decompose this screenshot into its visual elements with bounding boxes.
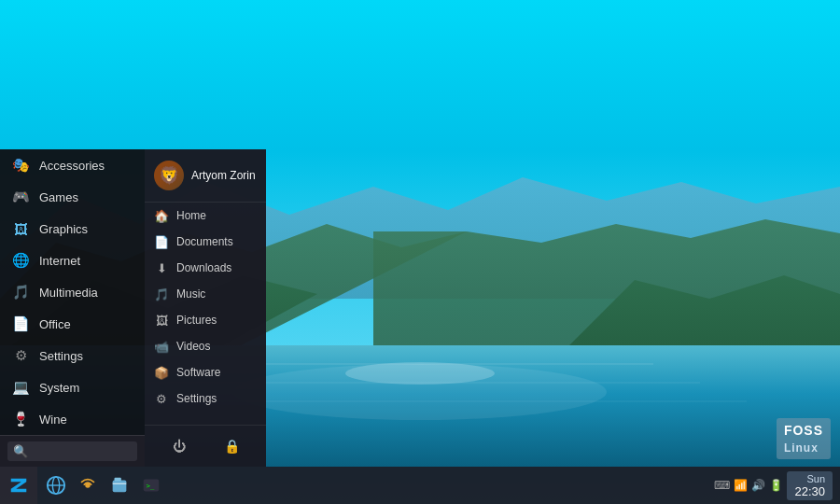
menu-item-videos[interactable]: 📹 Videos <box>145 333 266 359</box>
linux-text: Linux <box>784 441 819 455</box>
menu-left-panel: 🎭 Accessories 🎮 Games 🖼 Graphics 🌐 Inter… <box>0 149 145 467</box>
foss-linux-watermark: FOSS Linux <box>777 418 831 459</box>
user-header[interactable]: 🦁 Artyom Zorin <box>145 149 266 203</box>
office-label: Office <box>39 317 71 331</box>
menu-item-software[interactable]: 📦 Software <box>145 359 266 385</box>
terminal-icon: >_ <box>141 475 161 496</box>
pictures-icon: 🖼 <box>154 313 169 328</box>
wine-icon: 🍷 <box>11 410 30 428</box>
browser-icon <box>46 475 66 496</box>
category-list: 🎭 Accessories 🎮 Games 🖼 Graphics 🌐 Inter… <box>0 149 145 435</box>
taskbar-right: ⌨ 📶 🔊 🔋 Sun 22:30 <box>714 471 840 500</box>
desktop: 🎭 Accessories 🎮 Games 🖼 Graphics 🌐 Inter… <box>0 0 840 504</box>
search-input-wrapper: 🔍 <box>7 441 137 461</box>
downloads-icon: ⬇ <box>154 260 169 275</box>
avatar: 🦁 <box>154 161 184 190</box>
sidebar-item-system[interactable]: 💻 System <box>0 371 145 403</box>
graphics-label: Graphics <box>39 222 88 236</box>
clock-time: 22:30 <box>794 484 825 498</box>
videos-icon: 📹 <box>154 339 169 354</box>
start-menu: 🎭 Accessories 🎮 Games 🖼 Graphics 🌐 Inter… <box>0 149 266 467</box>
sidebar-item-multimedia[interactable]: 🎵 Multimedia <box>0 276 145 308</box>
sidebar-item-games[interactable]: 🎮 Games <box>0 181 145 213</box>
volume-tray-icon: 🔊 <box>751 479 765 492</box>
right-settings-icon: ⚙ <box>154 391 169 406</box>
avatar-icon: 🦁 <box>159 165 179 186</box>
lock-button[interactable]: 🔒 <box>219 433 245 459</box>
right-settings-label: Settings <box>176 392 217 405</box>
documents-icon: 📄 <box>154 234 169 249</box>
home-label: Home <box>176 209 206 222</box>
home-icon: 🏠 <box>154 208 169 223</box>
taskbar-app-icons: >_ <box>37 470 170 500</box>
menu-item-home[interactable]: 🏠 Home <box>145 203 266 229</box>
system-icon: 💻 <box>11 378 30 397</box>
places-list: 🏠 Home 📄 Documents ⬇ Downloads 🎵 Music 🖼 <box>145 203 266 425</box>
svg-point-11 <box>345 362 495 385</box>
pictures-label: Pictures <box>176 314 217 327</box>
menu-item-downloads[interactable]: ⬇ Downloads <box>145 255 266 281</box>
network-icon <box>77 475 98 496</box>
network-tray-icon: 📶 <box>734 479 748 492</box>
zorin-logo-icon <box>8 475 29 496</box>
accessories-icon: 🎭 <box>11 156 30 175</box>
settings-icon: ⚙ <box>11 346 30 365</box>
games-label: Games <box>39 190 78 204</box>
sidebar-item-graphics[interactable]: 🖼 Graphics <box>0 213 145 245</box>
office-icon: 📄 <box>11 315 30 333</box>
videos-label: Videos <box>176 340 210 353</box>
wine-label: Wine <box>39 413 67 427</box>
battery-tray-icon: 🔋 <box>769 479 783 492</box>
internet-label: Internet <box>39 254 80 268</box>
accessories-label: Accessories <box>39 159 105 173</box>
clock: Sun 22:30 <box>787 471 833 500</box>
graphics-icon: 🖼 <box>11 219 30 238</box>
multimedia-label: Multimedia <box>39 286 98 300</box>
foss-text: FOSS <box>784 423 823 438</box>
documents-label: Documents <box>176 235 233 248</box>
system-tray: ⌨ 📶 🔊 🔋 <box>714 479 783 492</box>
power-button[interactable]: ⏻ <box>166 433 192 459</box>
menu-item-pictures[interactable]: 🖼 Pictures <box>145 307 266 333</box>
sidebar-item-settings[interactable]: ⚙ Settings <box>0 340 145 371</box>
svg-rect-18 <box>115 478 121 482</box>
menu-item-music[interactable]: 🎵 Music <box>145 281 266 307</box>
svg-marker-12 <box>11 479 27 493</box>
downloads-label: Downloads <box>176 261 231 274</box>
menu-item-settings[interactable]: ⚙ Settings <box>145 385 266 412</box>
sidebar-item-internet[interactable]: 🌐 Internet <box>0 245 145 276</box>
sidebar-item-wine[interactable]: 🍷 Wine <box>0 403 145 435</box>
start-button[interactable] <box>0 467 37 504</box>
taskbar-icon-files[interactable] <box>105 470 134 500</box>
search-icon: 🔍 <box>13 444 28 458</box>
music-label: Music <box>176 287 205 301</box>
keyboard-tray-icon: ⌨ <box>714 479 730 492</box>
taskbar-icon-network[interactable] <box>73 470 103 500</box>
search-bar: 🔍 <box>0 435 145 467</box>
taskbar: >_ ⌨ 📶 🔊 🔋 Sun 22:30 <box>0 467 840 504</box>
menu-item-documents[interactable]: 📄 Documents <box>145 229 266 255</box>
games-icon: 🎮 <box>11 188 30 206</box>
internet-icon: 🌐 <box>11 251 30 270</box>
svg-text:>_: >_ <box>147 482 155 490</box>
menu-right-panel: 🦁 Artyom Zorin 🏠 Home 📄 Documents ⬇ Down… <box>145 149 266 467</box>
sidebar-item-accessories[interactable]: 🎭 Accessories <box>0 149 145 181</box>
search-input[interactable] <box>33 445 132 458</box>
username: Artyom Zorin <box>191 169 256 182</box>
sidebar-item-office[interactable]: 📄 Office <box>0 308 145 340</box>
svg-rect-17 <box>113 481 127 493</box>
files-icon <box>109 475 130 496</box>
system-label: System <box>39 381 79 395</box>
taskbar-icon-browser[interactable] <box>41 470 71 500</box>
music-icon: 🎵 <box>154 287 169 301</box>
software-icon: 📦 <box>154 365 169 380</box>
software-label: Software <box>176 366 220 379</box>
taskbar-icon-terminal[interactable]: >_ <box>136 470 166 500</box>
multimedia-icon: 🎵 <box>11 283 30 301</box>
settings-label: Settings <box>39 349 83 363</box>
power-actions: ⏻ 🔒 <box>145 425 266 467</box>
clock-date: Sun <box>794 473 825 484</box>
